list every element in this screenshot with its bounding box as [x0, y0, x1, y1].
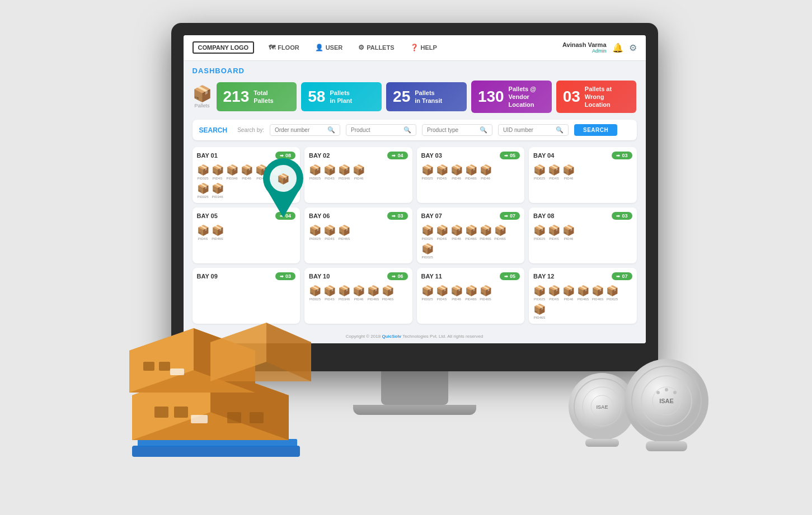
pallet-item[interactable]: 📦PID025 — [309, 224, 321, 240]
nav-pallets[interactable]: ⚙ PALLETS — [355, 41, 397, 54]
pallet-item[interactable]: 📦PID025 — [421, 243, 434, 259]
pallet-item[interactable]: 📦PID46 — [480, 164, 492, 180]
bay-count-10: ➡ 06 — [387, 272, 407, 280]
pallet-item[interactable]: 📦PID46S — [338, 224, 350, 240]
pallet-item[interactable]: 📦PID46 — [353, 164, 365, 180]
settings-icon[interactable]: ⚙ — [629, 42, 637, 53]
pallet-label: PID46S — [212, 237, 223, 240]
pallet-box-icon: 📦 — [480, 164, 492, 176]
pallet-item[interactable]: 📦PID46 — [255, 164, 267, 180]
pallet-item[interactable]: 📦PID46S — [533, 303, 546, 319]
pallet-item[interactable]: 📦PID4S — [212, 164, 224, 180]
svg-text:ISAE: ISAE — [596, 404, 608, 410]
bay-card-5[interactable]: BAY 05➡ 04📦PID4S📦PID46S — [193, 207, 301, 263]
bay-card-12[interactable]: BAY 12➡ 07📦PID025📦PID4S📦PID46📦PID46S📦PID… — [529, 268, 637, 324]
pallet-item[interactable]: 📦PID025 — [421, 224, 434, 240]
product-type-input[interactable] — [427, 127, 477, 133]
pallet-item[interactable]: 📦PID4S — [323, 224, 336, 240]
pallet-label: PID46S — [480, 297, 491, 301]
order-number-input[interactable] — [275, 127, 325, 133]
pallet-item[interactable]: 📦PID46 — [562, 224, 575, 240]
pallet-box-icon: 📦 — [270, 164, 282, 176]
bay-card-6[interactable]: BAY 06➡ 03📦PID025📦PID4S📦PID46S — [304, 207, 412, 263]
pallet-item[interactable]: 📦PID46S — [592, 285, 604, 301]
pallet-label: PID346 — [339, 297, 350, 301]
pallet-item[interactable]: 📦PID346 — [226, 164, 238, 180]
svg-rect-11 — [227, 412, 241, 423]
pallet-label: PID4S — [437, 177, 447, 180]
pallet-item[interactable]: 📦PID4S — [548, 224, 560, 240]
bay-card-11[interactable]: BAY 11➡ 05📦PID025📦PID4S📦PID46📦PID46S📦PID… — [417, 268, 525, 324]
pallet-item[interactable]: 📦PID46S — [382, 285, 394, 301]
pallet-item[interactable]: 📦PID46S — [465, 164, 477, 180]
pallet-item[interactable]: 📦PID46S — [465, 285, 477, 301]
svg-point-38 — [665, 388, 668, 391]
pallet-item[interactable]: 📦PID4S — [548, 164, 560, 180]
pallet-label: PID025 — [534, 297, 545, 301]
pallet-label: PID46S — [578, 297, 589, 301]
pallet-item[interactable]: 📦PID46S — [367, 285, 379, 301]
pallet-box-icon: 📦 — [480, 224, 492, 237]
pallet-item[interactable]: 📦PID025 — [421, 285, 434, 301]
uid-input[interactable] — [503, 127, 553, 133]
pallet-label: PID025 — [534, 237, 545, 240]
pallet-item[interactable]: 📦PID46 — [450, 224, 463, 240]
pallet-label: PID4S — [549, 297, 558, 301]
bay-card-2[interactable]: BAY 02➡ 04📦PID025📦PID4S📦PID346📦PID46 — [304, 147, 412, 203]
pallet-item[interactable]: 📦PID025 — [533, 164, 546, 180]
bay-card-8[interactable]: BAY 08➡ 03📦PID025📦PID4S📦PID46 — [529, 207, 637, 263]
pallet-item[interactable]: 📦PID4S — [436, 285, 448, 301]
pallet-item[interactable]: 📦PID46S — [577, 285, 589, 301]
bay-card-3[interactable]: BAY 03➡ 05📦PID025📦PID4S📦PID46📦PID46S📦PID… — [417, 147, 525, 203]
pallet-item[interactable]: 📦PID46 — [450, 285, 463, 301]
nav-floor[interactable]: 🗺 FLOOR — [265, 41, 303, 54]
pallet-item[interactable]: 📦PID025 — [309, 164, 321, 180]
pallet-item[interactable]: 📦PID025 — [533, 285, 546, 301]
pallet-item[interactable]: 📦PID46S — [494, 224, 506, 240]
pallet-label: PID346 — [212, 195, 223, 199]
pallet-box-icon: 📦 — [533, 224, 546, 237]
pallet-item[interactable]: 📦PID4S — [436, 164, 448, 180]
pallet-item[interactable]: 📦PID025 — [606, 285, 618, 301]
pallet-item[interactable]: 📦PID4S — [436, 224, 448, 240]
nav-help[interactable]: ❓ HELP — [407, 41, 440, 54]
product-search-group: 🔍 — [346, 124, 416, 136]
nav-user[interactable]: 👤 USER — [312, 41, 346, 54]
stat-vendor: 130 Pallets @Vendor Location — [471, 81, 552, 114]
pallet-item[interactable]: 📦PID346 — [338, 285, 350, 301]
pallet-box-icon: 📦 — [606, 285, 618, 297]
product-input[interactable] — [351, 127, 401, 133]
pallet-item[interactable]: 📦PID4S — [197, 224, 209, 240]
stat-transit: 25 Palletsin Transit — [386, 82, 467, 111]
stat-transit-label: Palletsin Transit — [415, 89, 442, 105]
stat-total: 213 TotalPallets — [217, 82, 297, 111]
pallet-item[interactable]: 📦PID46S — [480, 224, 492, 240]
pallet-item[interactable]: 📦PID46 — [450, 164, 463, 180]
pallet-item[interactable]: 📦PID46S — [270, 164, 282, 180]
user-info: Avinash Varma Admin — [562, 41, 606, 54]
notification-icon[interactable]: 🔔 — [612, 42, 623, 53]
pallet-item[interactable]: 📦PID46 — [562, 285, 575, 301]
bay-name-5: BAY 05 — [197, 212, 218, 219]
pallet-item[interactable]: 📦PID46 — [241, 164, 253, 180]
pallet-item[interactable]: 📦PID025 — [197, 164, 209, 180]
pallet-label: PID4S — [198, 237, 208, 240]
pallet-item[interactable]: 📦PID025 — [533, 224, 546, 240]
pallet-item[interactable]: 📦PID46S — [212, 224, 224, 240]
pallet-item[interactable]: 📦PID46S — [465, 224, 477, 240]
pallet-item[interactable]: 📦PID46 — [562, 164, 575, 180]
pallet-label: PID46S — [465, 237, 477, 240]
nav-pallets-label: PALLETS — [367, 44, 394, 51]
bay-card-7[interactable]: BAY 07➡ 07📦PID025📦PID4S📦PID46📦PID46S📦PID… — [417, 207, 525, 263]
pallet-item[interactable]: 📦PID46S — [480, 285, 492, 301]
pallet-item[interactable]: 📦PID4S — [323, 164, 336, 180]
bay-card-1[interactable]: BAY 01➡ 08📦PID025📦PID4S📦PID346📦PID46📦PID… — [193, 147, 301, 203]
bay-card-4[interactable]: BAY 04➡ 03📦PID025📦PID4S📦PID46 — [529, 147, 637, 203]
pallet-item[interactable]: 📦PID46 — [353, 285, 365, 301]
pallet-item[interactable]: 📦PID346 — [338, 164, 350, 180]
search-button[interactable]: SEARCH — [574, 124, 617, 136]
pallet-item[interactable]: 📦PID346 — [212, 182, 224, 199]
pallet-item[interactable]: 📦PID025 — [421, 164, 434, 180]
pallet-item[interactable]: 📦PID4S — [548, 285, 560, 301]
pallet-item[interactable]: 📦PID025 — [197, 182, 209, 199]
